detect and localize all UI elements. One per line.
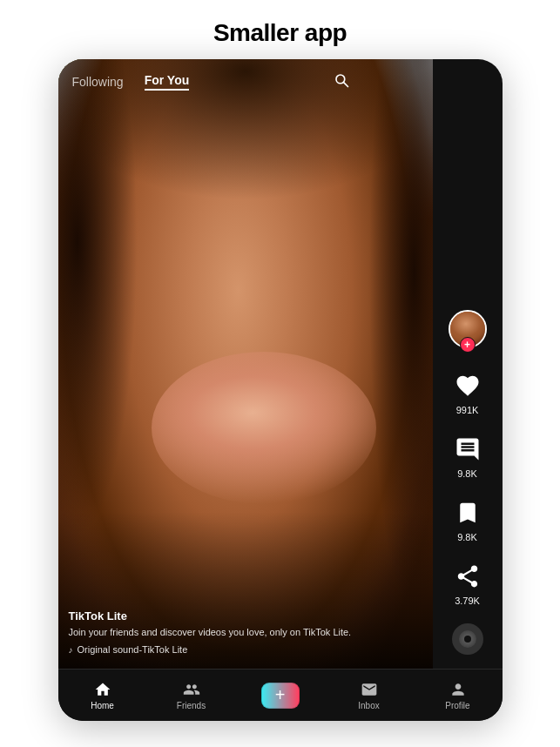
top-navigation: Following For You <box>58 59 363 104</box>
creator-description: Join your friends and discover videos yo… <box>69 626 354 639</box>
following-tab[interactable]: Following <box>72 75 124 89</box>
creator-name: TikTok Lite <box>69 609 354 622</box>
right-sidebar: + 991K 9.8K <box>433 59 503 669</box>
sound-info: ♪ Original sound-TikTok Lite <box>69 644 354 655</box>
device-frame: Following For You TikTok Lite Join your … <box>58 59 503 721</box>
tab-home[interactable]: Home <box>58 680 147 710</box>
for-you-tab[interactable]: For You <box>145 73 190 91</box>
tab-inbox[interactable]: Inbox <box>325 680 414 710</box>
share-action[interactable]: 3.79K <box>451 560 484 606</box>
bookmark-count: 9.8K <box>457 532 477 542</box>
comment-count: 9.8K <box>457 468 477 479</box>
friends-icon <box>182 680 201 699</box>
bookmark-action[interactable]: 9.8K <box>451 496 484 542</box>
tab-friends[interactable]: Friends <box>147 680 236 710</box>
video-info: TikTok Lite Join your friends and discov… <box>69 609 354 655</box>
svg-line-1 <box>343 82 347 86</box>
avatar-container[interactable]: + <box>449 310 487 348</box>
follow-button[interactable]: + <box>460 337 476 353</box>
plus-icon: + <box>275 685 286 705</box>
tab-profile[interactable]: Profile <box>414 680 503 710</box>
home-label: Home <box>91 701 114 710</box>
plus-button[interactable]: + <box>262 683 299 708</box>
profile-label: Profile <box>445 701 469 710</box>
home-icon <box>93 680 112 699</box>
video-content[interactable]: Following For You TikTok Lite Join your … <box>58 59 433 669</box>
like-count: 991K <box>456 405 479 415</box>
like-action[interactable]: 991K <box>451 369 484 415</box>
share-count: 3.79K <box>455 596 480 606</box>
inbox-label: Inbox <box>358 701 379 710</box>
friends-label: Friends <box>177 701 206 710</box>
page-title: Smaller app <box>213 0 347 59</box>
search-icon[interactable] <box>334 72 349 92</box>
comment-action[interactable]: 9.8K <box>451 433 484 479</box>
profile-icon <box>449 680 468 699</box>
sound-disc[interactable] <box>452 623 483 655</box>
tab-bar: Home Friends + Inbox <box>58 669 503 721</box>
sound-name: Original sound-TikTok Lite <box>78 644 188 655</box>
music-note-icon: ♪ <box>69 645 73 655</box>
tab-plus[interactable]: + <box>236 683 325 708</box>
inbox-icon <box>360 680 379 699</box>
